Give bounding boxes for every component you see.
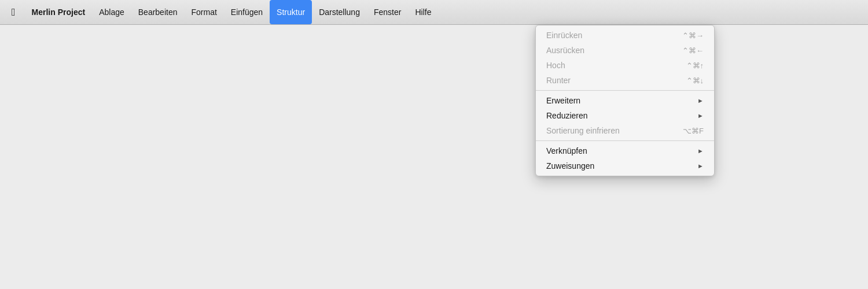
submenu-arrow-icon: ► bbox=[697, 112, 704, 119]
menubar-item-hilfe[interactable]: Hilfe bbox=[408, 0, 438, 24]
dropdown-separator bbox=[536, 140, 714, 141]
struktur-dropdown: Einrücken⌃⌘→Ausrücken⌃⌘←Hoch⌃⌘↑Runter⌃⌘↓… bbox=[535, 25, 715, 176]
main-content bbox=[0, 25, 868, 289]
dropdown-item-label: Sortierung einfrieren bbox=[546, 126, 620, 135]
dropdown-item-label: Verknüpfen bbox=[546, 146, 587, 155]
dropdown-item-runter: Runter⌃⌘↓ bbox=[536, 73, 714, 88]
dropdown-item-erweitern[interactable]: Erweitern► bbox=[536, 93, 714, 108]
dropdown-separator bbox=[536, 90, 714, 91]
apple-menu-icon[interactable]:  bbox=[6, 4, 21, 21]
dropdown-item-verknuepfen[interactable]: Verknüpfen► bbox=[536, 143, 714, 158]
dropdown-item-shortcut: ⌃⌘↑ bbox=[686, 61, 704, 70]
dropdown-item-shortcut: ⌃⌘→ bbox=[682, 31, 704, 40]
menubar-item-app-name[interactable]: Merlin Project bbox=[25, 0, 93, 24]
dropdown-item-label: Erweitern bbox=[546, 96, 580, 105]
menubar-item-bearbeiten[interactable]: Bearbeiten bbox=[131, 0, 185, 24]
dropdown-item-shortcut: ⌥⌘F bbox=[683, 127, 704, 135]
menubar-item-struktur[interactable]: Struktur bbox=[270, 0, 312, 24]
menubar-item-format[interactable]: Format bbox=[184, 0, 223, 24]
dropdown-item-label: Hoch bbox=[546, 61, 565, 70]
menubar-item-ablage[interactable]: Ablage bbox=[92, 0, 131, 24]
dropdown-item-label: Ausrücken bbox=[546, 46, 584, 55]
dropdown-item-zuweisungen[interactable]: Zuweisungen► bbox=[536, 158, 714, 173]
dropdown-item-label: Reduzieren bbox=[546, 111, 588, 120]
menubar:  Merlin ProjectAblageBearbeitenFormatEi… bbox=[0, 0, 868, 25]
dropdown-item-shortcut: ⌃⌘← bbox=[682, 46, 704, 55]
dropdown-item-ausruecken: Ausrücken⌃⌘← bbox=[536, 43, 714, 58]
submenu-arrow-icon: ► bbox=[697, 147, 704, 154]
dropdown-item-reduzieren[interactable]: Reduzieren► bbox=[536, 108, 714, 123]
dropdown-item-label: Einrücken bbox=[546, 31, 582, 40]
menubar-item-fenster[interactable]: Fenster bbox=[367, 0, 408, 24]
submenu-arrow-icon: ► bbox=[697, 162, 704, 169]
submenu-arrow-icon: ► bbox=[697, 97, 704, 104]
menubar-item-einfuegen[interactable]: Einfügen bbox=[224, 0, 270, 24]
dropdown-item-sortierung-einfrieren: Sortierung einfrieren⌥⌘F bbox=[536, 123, 714, 138]
menubar-item-darstellung[interactable]: Darstellung bbox=[312, 0, 367, 24]
dropdown-item-label: Zuweisungen bbox=[546, 161, 594, 171]
dropdown-item-hoch: Hoch⌃⌘↑ bbox=[536, 58, 714, 73]
dropdown-item-einruecken: Einrücken⌃⌘→ bbox=[536, 28, 714, 43]
dropdown-item-label: Runter bbox=[546, 76, 571, 85]
dropdown-item-shortcut: ⌃⌘↓ bbox=[686, 76, 704, 85]
